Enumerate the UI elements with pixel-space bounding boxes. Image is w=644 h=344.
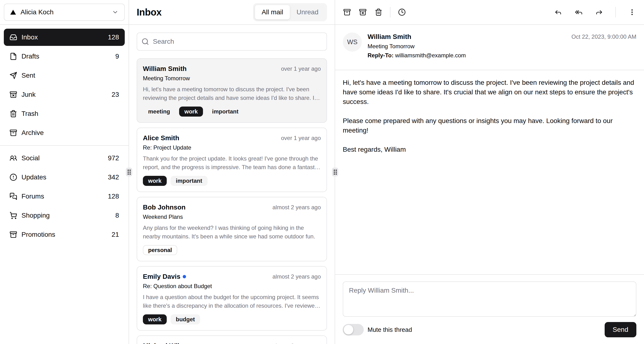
email-time: almost 2 years ago <box>272 273 321 280</box>
archive-x-icon <box>10 91 17 98</box>
users-icon <box>10 154 17 162</box>
file-icon <box>10 53 17 60</box>
forward-button[interactable] <box>592 5 607 20</box>
tag-badge-budget[interactable]: budget <box>170 314 200 324</box>
reply-all-icon <box>575 8 582 16</box>
tab-unread[interactable]: Unread <box>290 5 325 19</box>
unread-count: 8 <box>115 212 119 219</box>
sidebar-item-social[interactable]: Social972 <box>4 149 125 167</box>
sidebar-item-label: Sent <box>22 72 35 79</box>
sidebar-item-drafts[interactable]: Drafts9 <box>4 48 125 65</box>
archive-icon <box>10 231 17 238</box>
mail-subject: Meeting Tomorrow <box>368 43 466 50</box>
trash-icon <box>375 8 382 16</box>
page-title: Inbox <box>137 7 162 18</box>
email-list-item[interactable]: Emily Davisalmost 2 years agoRe: Questio… <box>137 266 327 331</box>
sidebar-item-sent[interactable]: Sent <box>4 67 125 84</box>
sidebar-item-label: Drafts <box>22 53 39 60</box>
mail-app: Alicia Koch Inbox128Drafts9SentJunk23Tra… <box>0 0 644 344</box>
email-list-item[interactable]: Michael Wilsonalmost 2 years ago <box>137 335 327 344</box>
forward-icon <box>595 8 603 16</box>
sidebar-resize-handle[interactable] <box>126 168 132 176</box>
send-button[interactable]: Send <box>605 322 636 337</box>
account-name: Alicia Koch <box>20 8 54 16</box>
archive-icon <box>10 129 17 137</box>
reply-button[interactable] <box>550 5 566 20</box>
email-list-item[interactable]: Bob Johnsonalmost 2 years agoWeekend Pla… <box>137 197 327 261</box>
tag-badge-work[interactable]: work <box>143 314 167 324</box>
toolbar-separator <box>390 7 390 18</box>
snooze-button[interactable] <box>394 5 410 20</box>
sidebar-item-label: Shopping <box>22 212 50 219</box>
alert-circle-icon <box>10 174 17 181</box>
inbox-icon <box>10 34 17 41</box>
email-sender: Emily Davis <box>143 272 180 281</box>
sidebar-item-forums[interactable]: Forums128 <box>4 188 125 205</box>
move-to-trash-button[interactable] <box>371 5 386 20</box>
mail-tabs: All mailUnread <box>253 3 327 21</box>
search-input[interactable] <box>137 33 327 51</box>
tag-badge-important[interactable]: important <box>207 107 244 117</box>
sidebar-item-junk[interactable]: Junk23 <box>4 86 125 103</box>
tag-badge-work[interactable]: work <box>179 107 203 117</box>
mute-label[interactable]: Mute this thread <box>368 326 412 333</box>
email-time: over 1 year ago <box>281 65 321 72</box>
grip-vertical-icon <box>334 169 337 175</box>
sidebar-nav-primary: Inbox128Drafts9SentJunk23TrashArchive <box>0 25 128 145</box>
sidebar-nav-secondary: Social972Updates342Forums128Shopping8Pro… <box>0 146 128 247</box>
toolbar-separator <box>616 7 616 18</box>
email-snippet: Any plans for the weekend? I was thinkin… <box>143 224 321 241</box>
mail-date: Oct 22, 2023, 9:00:00 AM <box>572 33 636 40</box>
account-switcher[interactable]: Alicia Koch <box>4 4 125 21</box>
unread-count: 9 <box>115 53 119 60</box>
tag-badge-personal[interactable]: personal <box>143 245 177 255</box>
email-list-item[interactable]: William Smithover 1 year agoMeeting Tomo… <box>137 58 327 123</box>
vercel-logo-icon <box>10 9 16 15</box>
email-subject: Re: Question about Budget <box>143 282 321 290</box>
reply-icon <box>554 8 562 16</box>
toolbar-right-group <box>550 5 640 20</box>
toolbar-left-group <box>340 5 410 20</box>
reply-to-label: Reply-To: <box>368 52 394 59</box>
messages-square-icon <box>10 193 17 200</box>
sidebar-item-trash[interactable]: Trash <box>4 105 125 122</box>
list-resize-handle[interactable] <box>332 168 338 176</box>
email-snippet: Hi, let's have a meeting tomorrow to dis… <box>143 85 321 102</box>
email-sender: William Smith <box>143 65 186 73</box>
more-options-button[interactable] <box>624 5 640 20</box>
email-snippet: I have a question about the budget for t… <box>143 293 321 310</box>
reply-all-button[interactable] <box>571 5 586 20</box>
tag-badge-important[interactable]: important <box>170 176 208 186</box>
email-time: almost 2 years ago <box>272 204 321 211</box>
tag-badge-work[interactable]: work <box>143 176 167 186</box>
sidebar-item-inbox[interactable]: Inbox128 <box>4 29 125 46</box>
reply-to-email: williamsmith@example.com <box>395 52 466 59</box>
search-icon <box>142 38 149 45</box>
search-box <box>137 33 327 51</box>
email-time: over 1 year ago <box>281 135 321 141</box>
sidebar-item-promotions[interactable]: Promotions21 <box>4 226 125 243</box>
grip-vertical-icon <box>128 169 131 175</box>
move-to-junk-button[interactable] <box>355 5 370 20</box>
sidebar-item-updates[interactable]: Updates342 <box>4 169 125 186</box>
sidebar-item-archive[interactable]: Archive <box>4 124 125 141</box>
unread-count: 972 <box>108 154 119 162</box>
archive-icon <box>343 8 351 16</box>
list-header: Inbox All mailUnread <box>129 0 335 25</box>
email-list-item[interactable]: Alice Smithover 1 year agoRe: Project Up… <box>137 128 327 192</box>
email-sender: Alice Smith <box>143 134 179 142</box>
mail-body: Hi, let's have a meeting tomorrow to dis… <box>335 70 644 274</box>
mute-toggle[interactable] <box>343 324 364 335</box>
tag-badge-meeting[interactable]: meeting <box>143 107 175 117</box>
sender-name: William Smith <box>368 33 466 41</box>
reply-textarea[interactable] <box>343 281 636 317</box>
unread-count: 23 <box>112 91 119 98</box>
email-subject: Weekend Plans <box>143 213 321 221</box>
tab-all-mail[interactable]: All mail <box>255 5 290 19</box>
email-time: almost 2 years ago <box>272 342 321 344</box>
sidebar-item-shopping[interactable]: Shopping8 <box>4 207 125 224</box>
unread-count: 128 <box>108 193 119 200</box>
archive-button[interactable] <box>340 5 355 20</box>
email-snippet: Thank you for the project update. It loo… <box>143 154 321 171</box>
email-subject: Re: Project Update <box>143 144 321 151</box>
